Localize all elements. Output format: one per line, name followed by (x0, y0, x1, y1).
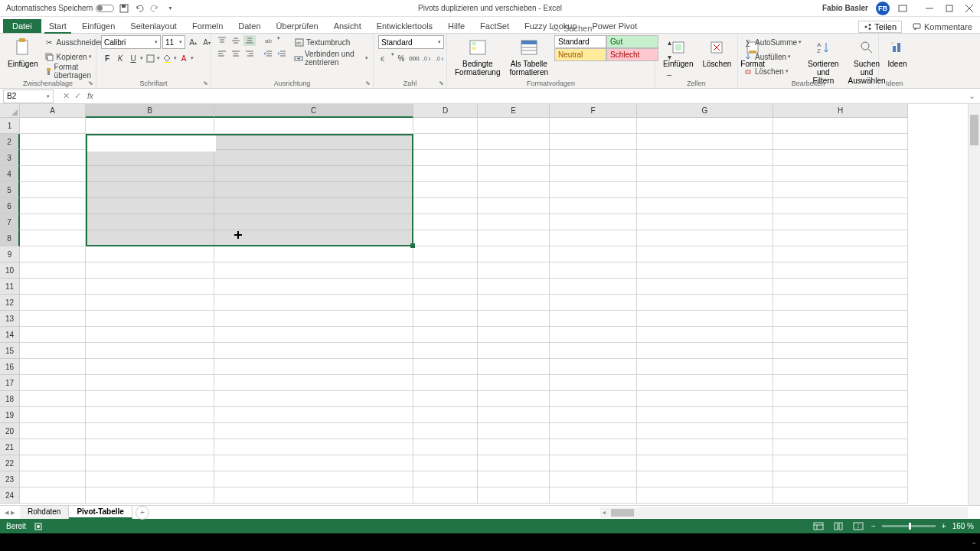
cell[interactable] (478, 262, 550, 279)
cell[interactable] (86, 246, 214, 262)
cell[interactable] (20, 391, 86, 407)
cell[interactable] (20, 262, 86, 279)
cell[interactable] (550, 295, 637, 311)
cell[interactable] (86, 487, 214, 504)
font-size-select[interactable]: 11▾ (162, 35, 185, 49)
cell[interactable] (20, 407, 86, 423)
cell[interactable] (86, 150, 214, 166)
cell[interactable] (773, 262, 908, 279)
italic-button[interactable]: K (114, 51, 126, 65)
row-header-6[interactable]: 6 (0, 198, 20, 214)
cell[interactable] (773, 359, 908, 375)
style-gut[interactable]: Gut (606, 35, 658, 48)
cell[interactable] (86, 166, 214, 182)
cell[interactable] (86, 359, 214, 375)
cell[interactable] (550, 391, 637, 407)
merge-center-button[interactable]: Verbinden und zentrieren▾ (294, 51, 368, 65)
cell[interactable] (550, 182, 637, 198)
save-icon[interactable] (119, 3, 129, 14)
paste-button[interactable]: Einfügen (5, 35, 41, 70)
enter-formula-icon[interactable]: ✓ (74, 91, 81, 101)
row-header-13[interactable]: 13 (0, 311, 20, 327)
cell[interactable] (413, 487, 478, 504)
style-standard[interactable]: Standard (554, 35, 606, 48)
cell[interactable] (413, 423, 478, 439)
cell[interactable] (550, 327, 637, 343)
cell[interactable] (214, 359, 413, 375)
cell[interactable] (20, 423, 86, 439)
copy-button[interactable]: Kopieren▾ (44, 50, 104, 64)
decrease-indent-icon[interactable] (262, 48, 274, 59)
cell[interactable] (637, 262, 773, 279)
cell[interactable] (86, 182, 214, 198)
cell[interactable] (773, 198, 908, 214)
row-header-22[interactable]: 22 (0, 455, 20, 471)
tab-seitenlayout[interactable]: Seitenlayout (122, 19, 185, 33)
percent-icon[interactable]: % (395, 51, 407, 65)
cell[interactable] (413, 439, 478, 455)
cell[interactable] (86, 455, 214, 471)
qat-dropdown-icon[interactable]: ▼ (165, 3, 175, 14)
cell[interactable] (214, 230, 413, 246)
cell[interactable] (773, 423, 908, 439)
cut-button[interactable]: ✂Ausschneiden (44, 35, 104, 49)
cell[interactable] (550, 359, 637, 375)
cell[interactable] (773, 166, 908, 182)
cell[interactable] (637, 182, 773, 198)
row-header-23[interactable]: 23 (0, 471, 20, 487)
cell[interactable] (86, 407, 214, 423)
cell[interactable] (478, 182, 550, 198)
horizontal-scrollbar[interactable]: ◂ (600, 507, 968, 518)
cell[interactable] (637, 311, 773, 327)
accounting-icon[interactable]: € (378, 51, 390, 65)
cell[interactable] (773, 455, 908, 471)
cell[interactable] (550, 150, 637, 166)
cell[interactable] (86, 118, 214, 134)
cell[interactable] (773, 214, 908, 230)
cell[interactable] (478, 311, 550, 327)
cell[interactable] (214, 439, 413, 455)
user-avatar[interactable]: FB (876, 2, 890, 15)
cell[interactable] (214, 150, 413, 166)
view-page-layout-icon[interactable] (831, 521, 845, 532)
cell[interactable] (413, 198, 478, 214)
cell[interactable] (413, 214, 478, 230)
cell[interactable] (637, 118, 773, 134)
cell[interactable] (550, 262, 637, 279)
close-icon[interactable] (965, 4, 974, 13)
cell[interactable] (773, 407, 908, 423)
autosum-button[interactable]: ∑AutoSumme▾ (743, 35, 802, 49)
cell[interactable] (86, 230, 214, 246)
row-header-3[interactable]: 3 (0, 150, 20, 166)
cell[interactable] (773, 246, 908, 262)
cell[interactable] (637, 423, 773, 439)
row-header-4[interactable]: 4 (0, 166, 20, 182)
cell[interactable] (478, 439, 550, 455)
cell[interactable] (20, 134, 86, 150)
cell[interactable] (413, 455, 478, 471)
cell[interactable] (773, 118, 908, 134)
underline-button[interactable]: U (127, 51, 139, 65)
cell[interactable] (413, 471, 478, 487)
cell[interactable] (550, 455, 637, 471)
cell[interactable] (478, 295, 550, 311)
cell[interactable] (20, 343, 86, 359)
increase-font-icon[interactable]: A▴ (187, 35, 199, 49)
cell[interactable] (20, 230, 86, 246)
tab-einfügen[interactable]: Einfügen (74, 19, 122, 33)
increase-indent-icon[interactable] (276, 48, 288, 59)
formula-input[interactable] (96, 90, 969, 103)
tab-factset[interactable]: FactSet (472, 19, 517, 33)
wrap-text-button[interactable]: abTextumbruch (294, 35, 368, 49)
view-page-break-icon[interactable] (851, 521, 865, 532)
cell[interactable] (637, 198, 773, 214)
cell[interactable] (550, 311, 637, 327)
cell[interactable] (86, 279, 214, 295)
cell[interactable] (637, 391, 773, 407)
cell[interactable] (413, 182, 478, 198)
cell[interactable] (478, 423, 550, 439)
cell[interactable] (637, 487, 773, 504)
cell[interactable] (20, 327, 86, 343)
decrease-decimal-icon[interactable]: ,0 (434, 51, 446, 65)
cell[interactable] (773, 279, 908, 295)
